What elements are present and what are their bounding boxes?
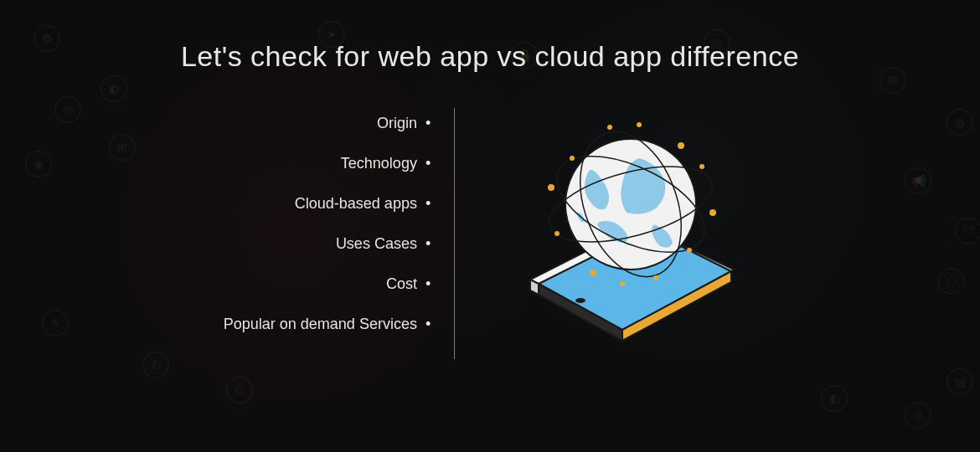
svg-point-17 [607,125,612,130]
illustration-column [455,108,756,359]
list-item-label: Technology [341,155,417,172]
svg-point-10 [548,184,554,191]
svg-point-12 [678,142,684,149]
list-item: Cost• [386,275,431,293]
list-item-label: Origin [377,115,417,132]
list-item: Popular on demand Services• [224,316,431,333]
svg-point-14 [554,231,560,236]
svg-point-20 [637,122,642,127]
globe-on-phone-illustration [505,116,756,351]
list-item: Origin• [377,115,431,132]
svg-point-16 [653,275,658,280]
page-title: Let's check for web app vs cloud app dif… [181,40,799,73]
list-item-label: Cloud-based apps [295,195,417,213]
list-item-label: Uses Cases [336,235,417,253]
svg-point-19 [570,156,575,161]
svg-point-15 [699,164,704,169]
bullet-icon: • [426,235,431,253]
svg-point-18 [687,248,692,253]
bullet-icon: • [426,115,431,132]
svg-point-21 [620,281,625,286]
list-item-label: Cost [386,275,417,293]
bullet-icon: • [426,155,431,172]
svg-point-13 [590,270,596,276]
main-content-row: Origin•Technology•Cloud-based apps•Uses … [224,108,756,359]
list-item: Uses Cases• [336,235,431,253]
list-item: Cloud-based apps• [295,195,431,213]
list-item-label: Popular on demand Services [224,316,417,333]
svg-point-11 [709,209,716,216]
svg-point-5 [575,298,585,303]
bullet-icon: • [426,275,431,293]
bullet-icon: • [426,316,431,333]
topic-list: Origin•Technology•Cloud-based apps•Uses … [224,108,455,359]
bullet-icon: • [426,195,431,213]
list-item: Technology• [341,155,431,172]
